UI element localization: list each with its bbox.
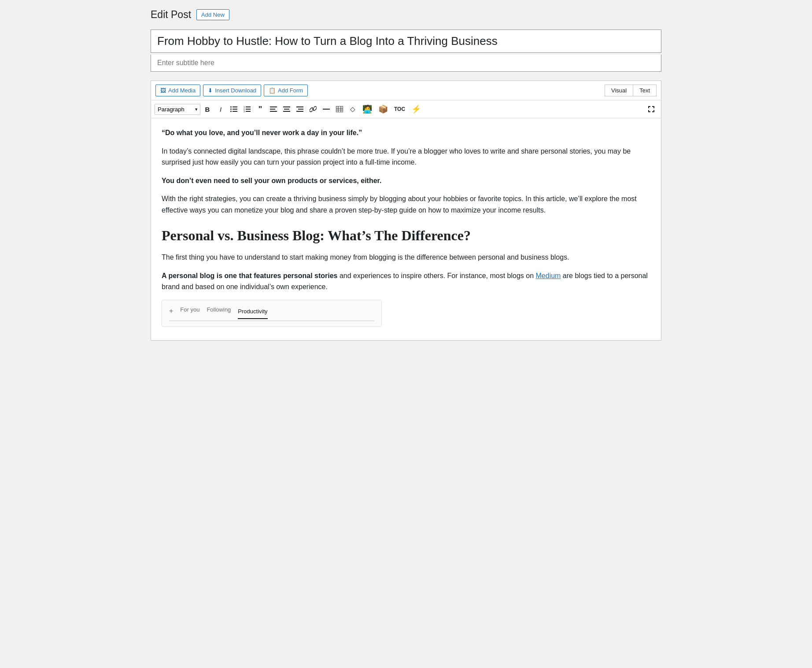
paragraph-select[interactable]: Paragraph Heading 1 Heading 2 Heading 3 … — [155, 104, 200, 115]
medium-embed-preview: + For you Following Productivity — [162, 300, 382, 327]
character-icon-button[interactable]: 🧑‍💻 — [360, 103, 375, 115]
content-p5: A personal blog is one that features per… — [162, 270, 650, 293]
visual-tab[interactable]: Visual — [605, 84, 633, 96]
page-title: Edit Post — [151, 9, 191, 21]
link-button[interactable] — [307, 103, 319, 115]
add-form-label: Add Form — [278, 87, 303, 94]
embed-nav-following[interactable]: Following — [207, 305, 231, 316]
format-toolbar: Paragraph Heading 1 Heading 2 Heading 3 … — [151, 100, 661, 118]
insert-download-icon: ⬇ — [208, 87, 213, 94]
svg-rect-18 — [296, 106, 303, 107]
bold-button[interactable]: B — [201, 103, 214, 115]
svg-text:3.: 3. — [244, 110, 245, 112]
insert-download-label: Insert Download — [215, 87, 256, 94]
embed-nav-productivity[interactable]: Productivity — [238, 307, 267, 319]
svg-point-4 — [230, 109, 232, 110]
svg-rect-7 — [246, 109, 251, 110]
editor-wrapper: 🖼 Add Media ⬇ Insert Download 📋 Add Form… — [151, 81, 661, 341]
post-subtitle-input[interactable] — [151, 55, 661, 72]
svg-rect-19 — [298, 109, 303, 110]
svg-rect-1 — [233, 109, 237, 110]
embed-nav-for-you[interactable]: For you — [180, 305, 199, 316]
align-right-button[interactable] — [294, 103, 306, 115]
svg-rect-6 — [246, 106, 251, 107]
add-media-icon: 🖼 — [160, 87, 166, 94]
content-p2: You don’t even need to sell your own pro… — [162, 175, 650, 187]
table-button[interactable] — [333, 103, 346, 115]
align-left-button[interactable] — [267, 103, 280, 115]
svg-rect-21 — [323, 109, 330, 110]
svg-rect-13 — [270, 109, 275, 110]
svg-rect-0 — [233, 106, 237, 107]
content-p3: With the right strategies, you can creat… — [162, 193, 650, 216]
embed-plus-icon: + — [169, 305, 173, 317]
toc-button[interactable]: TOC — [391, 103, 408, 115]
toolbar-left-buttons: 🖼 Add Media ⬇ Insert Download 📋 Add Form — [155, 84, 308, 96]
editor-toolbar-top: 🖼 Add Media ⬇ Insert Download 📋 Add Form… — [151, 81, 661, 100]
svg-rect-22 — [336, 106, 343, 112]
add-media-button[interactable]: 🖼 Add Media — [155, 84, 200, 96]
add-form-icon: 📋 — [269, 87, 276, 94]
ordered-list-button[interactable]: 1.2.3. — [241, 103, 253, 115]
content-p5-rest: and experiences to inspire others. For i… — [338, 272, 536, 279]
content-p5-bold: A personal blog is one that features per… — [162, 272, 338, 279]
svg-rect-16 — [284, 109, 289, 110]
plugin-icon-button[interactable]: 📦 — [376, 103, 391, 115]
fullscreen-button[interactable] — [645, 103, 657, 115]
editor-tabs: Visual Text — [605, 84, 657, 96]
italic-button[interactable]: I — [214, 103, 227, 115]
svg-rect-20 — [296, 111, 303, 112]
paragraph-select-wrapper: Paragraph Heading 1 Heading 2 Heading 3 … — [155, 104, 200, 115]
unordered-list-button[interactable] — [228, 103, 240, 115]
svg-rect-2 — [233, 111, 237, 112]
text-tab[interactable]: Text — [633, 84, 657, 96]
content-p2-bold: You don’t even need to sell your own pro… — [162, 177, 381, 184]
editor-content[interactable]: “Do what you love, and you’ll never work… — [151, 118, 661, 340]
clear-formatting-button[interactable]: ◇ — [347, 103, 359, 115]
content-p1: In today’s connected digital landscape, … — [162, 146, 650, 168]
svg-point-3 — [230, 106, 232, 108]
insert-download-button[interactable]: ⬇ Insert Download — [203, 84, 261, 96]
svg-rect-8 — [246, 111, 251, 112]
content-p4: The first thing you have to understand t… — [162, 252, 650, 263]
post-title-input[interactable] — [151, 29, 661, 53]
medium-link[interactable]: Medium — [536, 272, 561, 279]
svg-rect-14 — [270, 111, 277, 112]
add-media-label: Add Media — [168, 87, 196, 94]
embed-nav: + For you Following Productivity — [169, 305, 374, 321]
svg-rect-15 — [283, 106, 290, 107]
add-new-button[interactable]: Add New — [196, 9, 229, 20]
content-heading: Personal vs. Business Blog: What’s The D… — [162, 227, 650, 245]
add-form-button[interactable]: 📋 Add Form — [264, 84, 308, 96]
bolt-icon-button[interactable]: ⚡ — [409, 103, 424, 115]
hr-button[interactable] — [320, 103, 332, 115]
svg-point-5 — [230, 111, 232, 112]
blockquote-button[interactable]: " — [254, 103, 266, 115]
content-quote: “Do what you love, and you’ll never work… — [162, 127, 650, 139]
svg-rect-17 — [283, 111, 290, 112]
align-center-button[interactable] — [281, 103, 293, 115]
svg-rect-12 — [270, 106, 277, 107]
